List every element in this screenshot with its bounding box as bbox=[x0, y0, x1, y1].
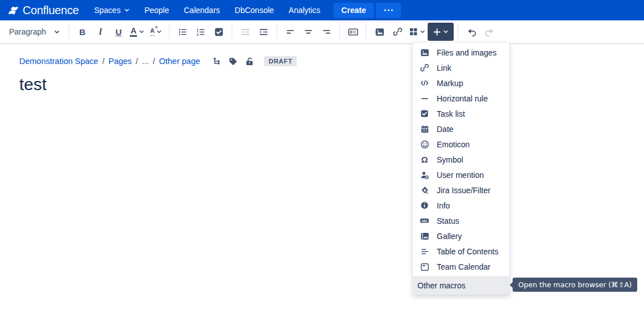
toolbar-divider bbox=[169, 25, 169, 39]
link-icon bbox=[420, 63, 429, 73]
breadcrumb-link-pages[interactable]: Pages bbox=[108, 57, 131, 66]
breadcrumb-ellipsis[interactable]: ... bbox=[142, 57, 149, 66]
menu-item-user-mention[interactable]: User mention bbox=[413, 167, 509, 182]
insert-table-dropdown[interactable] bbox=[407, 23, 428, 41]
insert-group bbox=[370, 23, 454, 41]
toolbar-divider bbox=[458, 25, 458, 39]
undo-icon bbox=[466, 27, 477, 37]
insert-dropdown-menu: Files and images Link Markup Horizontal … bbox=[412, 42, 510, 295]
redo-button[interactable] bbox=[480, 23, 498, 41]
text-color-icon: A bbox=[130, 27, 137, 37]
menu-item-label: Table of Contents bbox=[437, 247, 498, 256]
menu-item-table-of-contents[interactable]: Table of Contents bbox=[413, 244, 509, 259]
more-formatting-dropdown[interactable]: A bbox=[147, 23, 165, 41]
menu-item-status[interactable]: Status bbox=[413, 213, 509, 228]
numbered-list-button[interactable] bbox=[191, 23, 210, 41]
underline-button[interactable]: U bbox=[109, 23, 127, 41]
breadcrumb: Demonstration Space / Pages / ... / Othe… bbox=[19, 56, 297, 66]
menu-item-info[interactable]: Info bbox=[413, 198, 509, 213]
menu-item-label: Task list bbox=[437, 109, 465, 118]
menu-item-date[interactable]: Date bbox=[413, 121, 509, 137]
menu-item-label: Team Calendar bbox=[437, 262, 491, 271]
tooltip-text: Open the macro browser (⌘⇧A) bbox=[518, 280, 632, 289]
align-left-button[interactable] bbox=[281, 23, 299, 41]
brand-name: Confluence bbox=[23, 4, 79, 17]
menu-item-label: Symbol bbox=[437, 155, 463, 164]
menu-item-label: Status bbox=[437, 216, 459, 225]
breadcrumb-link-space[interactable]: Demonstration Space bbox=[19, 57, 98, 66]
breadcrumb-separator: / bbox=[136, 57, 138, 66]
menu-item-label: Date bbox=[437, 125, 454, 134]
text-color-dropdown[interactable]: A bbox=[127, 23, 147, 41]
info-icon bbox=[420, 201, 429, 210]
menu-item-task-list[interactable]: Task list bbox=[413, 106, 509, 121]
paragraph-style-dropdown[interactable]: Paragraph bbox=[5, 23, 65, 41]
navbar-more-button[interactable] bbox=[376, 3, 401, 18]
toolbar-divider bbox=[69, 25, 69, 39]
outdent-button[interactable] bbox=[236, 23, 254, 41]
menu-item-markup[interactable]: Markup bbox=[413, 75, 509, 91]
menu-item-link[interactable]: Link bbox=[413, 60, 509, 75]
page-layout-button[interactable] bbox=[344, 23, 362, 41]
history-group bbox=[462, 23, 498, 41]
align-center-button[interactable] bbox=[299, 23, 317, 41]
unlock-icon[interactable] bbox=[245, 57, 254, 66]
menu-item-symbol[interactable]: Ω Symbol bbox=[413, 152, 509, 167]
tooltip-arrow bbox=[510, 282, 513, 288]
date-icon bbox=[420, 124, 429, 134]
text-style-group: B I U A A bbox=[73, 23, 165, 41]
menu-item-other-macros[interactable]: Other macros bbox=[413, 276, 509, 294]
undo-button[interactable] bbox=[462, 23, 480, 41]
jira-icon bbox=[420, 185, 429, 195]
align-right-button[interactable] bbox=[317, 23, 335, 41]
menu-item-jira-issue-filter[interactable]: Jira Issue/Filter bbox=[413, 182, 509, 198]
page-title[interactable]: test bbox=[19, 75, 46, 94]
image-icon bbox=[375, 27, 385, 37]
plus-icon bbox=[433, 28, 441, 36]
insert-more-dropdown[interactable] bbox=[428, 23, 454, 41]
chevron-down-icon bbox=[156, 29, 162, 35]
ellipsis-icon bbox=[383, 8, 394, 12]
page-tree-icon[interactable] bbox=[212, 57, 221, 66]
nav-item-dbconsole[interactable]: DbConsole bbox=[227, 0, 281, 20]
nav-item-people[interactable]: People bbox=[137, 0, 177, 20]
files-and-images-icon bbox=[420, 48, 429, 57]
menu-item-label: Markup bbox=[437, 79, 463, 88]
breadcrumb-separator: / bbox=[153, 57, 155, 66]
insert-image-button[interactable] bbox=[370, 23, 389, 41]
task-list-button[interactable] bbox=[210, 23, 228, 41]
menu-item-label: Jira Issue/Filter bbox=[437, 186, 491, 195]
breadcrumb-link-other-page[interactable]: Other page bbox=[159, 57, 201, 66]
bold-button[interactable]: B bbox=[73, 23, 91, 41]
bullet-list-button[interactable] bbox=[173, 23, 191, 41]
breadcrumb-separator: / bbox=[102, 57, 104, 66]
table-icon bbox=[409, 27, 418, 36]
indent-button[interactable] bbox=[254, 23, 272, 41]
chevron-down-icon bbox=[420, 29, 425, 35]
create-button[interactable]: Create bbox=[334, 3, 374, 18]
gallery-icon bbox=[420, 231, 429, 241]
italic-button[interactable]: I bbox=[91, 23, 109, 41]
labels-icon[interactable] bbox=[228, 57, 238, 66]
user-mention-icon bbox=[420, 170, 429, 180]
editor-toolbar: Paragraph B I U A A bbox=[0, 20, 644, 44]
menu-item-label: Gallery bbox=[437, 232, 462, 241]
align-right-icon bbox=[322, 27, 331, 37]
menu-item-horizontal-rule[interactable]: Horizontal rule bbox=[413, 91, 509, 106]
paragraph-style-label: Paragraph bbox=[9, 27, 46, 36]
menu-item-gallery[interactable]: Gallery bbox=[413, 228, 509, 244]
markup-icon bbox=[420, 78, 429, 88]
nav-item-spaces[interactable]: Spaces bbox=[87, 0, 137, 20]
insert-link-button[interactable] bbox=[389, 23, 407, 41]
bullet-list-icon bbox=[178, 27, 187, 37]
menu-item-label: Horizontal rule bbox=[437, 94, 488, 103]
menu-item-files-and-images[interactable]: Files and images bbox=[413, 45, 509, 60]
align-group bbox=[281, 23, 335, 41]
menu-item-team-calendar[interactable]: Team Calendar bbox=[413, 259, 509, 274]
toolbar-divider bbox=[339, 25, 340, 39]
nav-item-analytics[interactable]: Analytics bbox=[282, 0, 328, 20]
outdent-icon bbox=[241, 27, 250, 37]
nav-item-calendars[interactable]: Calendars bbox=[176, 0, 227, 20]
confluence-logo[interactable]: Confluence bbox=[8, 4, 79, 17]
menu-item-emoticon[interactable]: Emoticon bbox=[413, 137, 509, 152]
